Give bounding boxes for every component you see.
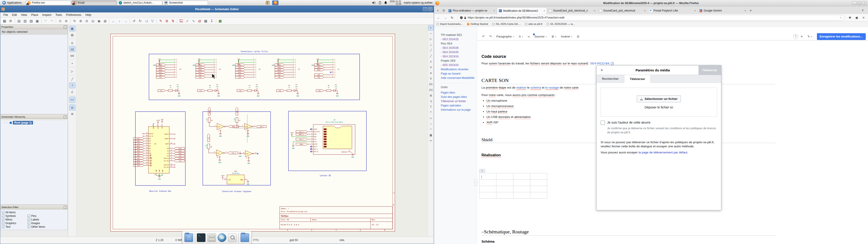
close-icon[interactable]: ×: [596, 65, 607, 75]
bookmark-item[interactable]: Getting Started: [467, 23, 488, 25]
table-cell[interactable]: [513, 173, 530, 180]
text-icon[interactable]: T: [428, 104, 434, 110]
circle-icon[interactable]: ○: [428, 121, 434, 126]
find-icon[interactable]: ⊙: [57, 18, 63, 24]
taskbar-window-arduino[interactable]: ∞sketch_nov21a | Arduin...: [117, 0, 162, 5]
page-settings-icon[interactable]: ▤: [16, 18, 22, 24]
close-icon[interactable]: ×: [64, 26, 67, 28]
menu-view[interactable]: View: [19, 13, 29, 17]
hierarchy-panel-header[interactable]: Schematic Hierarchy ×: [0, 115, 68, 119]
sidebar-item--se5-2023-24[interactable]: - SE5 2023/24: [441, 63, 475, 67]
close-icon[interactable]: ×: [863, 1, 867, 5]
extensions-icon[interactable]: ❖: [847, 15, 852, 20]
simulator-icon[interactable]: ∿: [191, 18, 196, 24]
url-bar[interactable]: https://projets-se.plil.fr/mediawiki/ind…: [458, 15, 844, 21]
account-icon[interactable]: ◉: [854, 15, 860, 20]
back-icon[interactable]: ←: [436, 15, 441, 20]
minimize-icon[interactable]: –: [852, 1, 856, 5]
hierarchical-sheet-icon[interactable]: ⊞: [428, 93, 434, 98]
text-box-icon[interactable]: ⊤: [428, 110, 434, 115]
menu-preferences[interactable]: Preferences: [64, 13, 83, 17]
bom-icon[interactable]: ↧: [209, 18, 215, 24]
delete-tool-icon[interactable]: ✂: [428, 138, 434, 144]
tab-close-icon[interactable]: ×: [544, 9, 545, 12]
sidebar-item--se4-2023-24[interactable]: - SE4 2023/24: [441, 55, 475, 59]
rotate-ccw-icon[interactable]: ↺: [131, 18, 137, 24]
bus-entry-icon[interactable]: ≠: [428, 59, 434, 64]
table-cell[interactable]: [496, 173, 513, 180]
menu-help[interactable]: Help: [84, 13, 93, 17]
content-table[interactable]: [479, 173, 547, 199]
launcher-firefox[interactable]: [272, 0, 278, 5]
unit-mils-icon[interactable]: mil: [69, 46, 75, 52]
tab-portail-polytech-lille[interactable]: PPortail Polytech Lille×: [647, 7, 698, 14]
sidebar-item-t-l-verser-un-fichier[interactable]: Téléverser un fichier: [441, 99, 475, 103]
filter-checkbox-text[interactable]: ✓Text: [2, 225, 22, 228]
inline-link[interactable]: réaliser: [516, 86, 526, 89]
line-45-icon[interactable]: ∠: [69, 89, 75, 95]
filter-checkbox-all-items[interactable]: ✓All items: [2, 211, 22, 214]
sidebar-item--se3-2024-25[interactable]: - SE3 2024/25: [441, 37, 475, 41]
table-cell[interactable]: [479, 192, 496, 199]
filter-checkbox-wires[interactable]: ✓Wires: [2, 218, 22, 221]
table-cell[interactable]: [530, 186, 547, 192]
unit-inches-icon[interactable]: in: [69, 40, 75, 45]
junction-icon[interactable]: ●: [428, 70, 434, 76]
cursor-shape-icon[interactable]: +: [69, 60, 75, 66]
sidebar-item--se4-2025-26[interactable]: - SE4 2025/26: [441, 46, 475, 50]
erc-icon[interactable]: ✓: [184, 18, 190, 24]
nav-forward-icon[interactable]: →: [123, 18, 129, 24]
close-icon[interactable]: ×: [64, 116, 67, 118]
sidebar-item-projets-se5[interactable]: Projets SE5: [441, 59, 475, 63]
search-icon[interactable]: [228, 233, 237, 242]
menu-place[interactable]: Place: [29, 13, 40, 17]
fields-table-icon[interactable]: ▦: [203, 18, 209, 24]
inline-link[interactable]: SE4-PICO-B4.: [590, 62, 610, 65]
line-free-angle-icon[interactable]: ╱: [69, 76, 75, 82]
lock-icon[interactable]: [464, 16, 466, 19]
shield-icon[interactable]: [460, 16, 463, 19]
unit-mm-icon[interactable]: mm: [69, 53, 75, 58]
zoom-fit-icon[interactable]: ◎: [90, 18, 96, 24]
rotate-cw-icon[interactable]: ↻: [137, 18, 143, 24]
schematic-setup-icon[interactable]: ⚙: [8, 18, 13, 24]
sidebar-item-informations-sur-la-page[interactable]: Informations sur la page: [441, 108, 475, 112]
inline-link[interactable]: schéma: [530, 86, 541, 89]
sidebar-item-pico-se4[interactable]: Pico SE4: [441, 41, 475, 45]
nav-up-icon[interactable]: ↑: [117, 18, 123, 24]
annotate-icon[interactable]: R??R42: [178, 18, 184, 24]
menu-edit[interactable]: Edit: [10, 13, 19, 17]
reload-icon[interactable]: ↻: [450, 15, 455, 20]
tab-close-icon[interactable]: ×: [494, 9, 495, 12]
tab-google-gemini[interactable]: Google Gemini×: [698, 7, 748, 14]
upload-primary-button[interactable]: Téléverser: [699, 65, 721, 75]
volume-icon[interactable]: [372, 1, 376, 4]
plot-icon[interactable]: ▨: [28, 18, 34, 24]
tab-close-icon[interactable]: ×: [594, 9, 595, 12]
hierarchy-root-item[interactable]: Root (page 1): [4, 121, 68, 124]
draw-wire-icon[interactable]: ╱: [428, 48, 434, 53]
undo-icon[interactable]: ↶: [43, 18, 49, 24]
highlight-net-icon[interactable]: ⌁: [428, 31, 434, 36]
filter-checkbox-graphics[interactable]: ✓Graphics: [2, 222, 22, 225]
grid-overrides-icon[interactable]: ▧: [69, 32, 75, 38]
hidden-pins-icon[interactable]: ▷: [69, 68, 75, 74]
sidebar-item-tpi-mat-riel-se3[interactable]: TPI matériel SE3: [441, 33, 475, 37]
table-cell[interactable]: [530, 192, 547, 199]
arc-icon[interactable]: ◠: [428, 127, 434, 132]
paste-icon[interactable]: ▣: [34, 18, 40, 24]
file-manager-icon[interactable]: [184, 233, 193, 242]
nav-back-icon[interactable]: ←: [111, 18, 116, 24]
table-insert-chevron[interactable]: ∨: [479, 169, 485, 173]
filter-checkbox-images[interactable]: ✓Images: [28, 222, 48, 225]
bookmark-item[interactable]: Import bookmarks...: [436, 23, 463, 25]
menu-inspect[interactable]: Inspect: [40, 13, 53, 17]
filter-checkbox-labels[interactable]: ✓Labels: [28, 218, 48, 221]
tab-close-icon[interactable]: ×: [644, 9, 646, 12]
notifications-icon[interactable]: [384, 1, 387, 4]
rectangle-icon[interactable]: ▭: [428, 116, 434, 121]
tab-modification-de-se4binome2[interactable]: Modification de SE4Binome2×: [497, 7, 547, 14]
zoom-object-icon[interactable]: ◍: [102, 18, 108, 24]
tab-close-icon[interactable]: ×: [694, 9, 696, 12]
sidebar-item-suivi-des-pages-li-es[interactable]: Suivi des pages liées: [441, 95, 475, 99]
